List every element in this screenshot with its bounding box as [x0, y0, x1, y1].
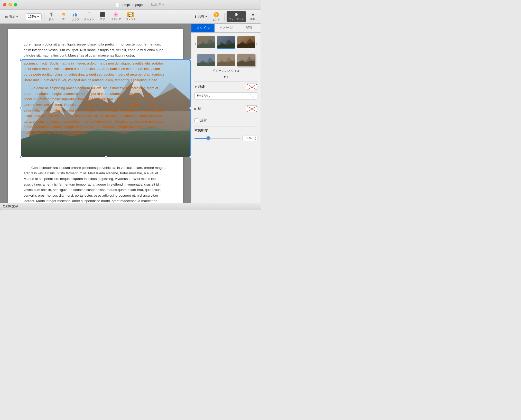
format-label: フォーマット: [229, 17, 244, 21]
toolbar-right: ⬆ 共有 ▼ ? ヒント ⚙ フォーマット ≡ 書類: [189, 11, 258, 22]
doctype-label: 書類: [250, 17, 255, 21]
fullscreen-button[interactable]: [14, 3, 17, 6]
zoom-group: 125% ▼: [26, 13, 42, 20]
share-button[interactable]: ⬆ 共有 ▼: [192, 11, 209, 22]
separator-3: [190, 13, 190, 21]
right-panel: スタイル イメージ 配置 ‹: [191, 24, 260, 203]
style-thumb-3[interactable]: [237, 36, 255, 49]
reflection-checkbox[interactable]: [194, 118, 198, 122]
image-block[interactable]: accumsan taciti. Sociis mauris in intege…: [24, 59, 168, 161]
shadow-header[interactable]: ▶ 影: [194, 106, 246, 111]
media-label: メディア: [111, 17, 121, 21]
shape-button[interactable]: ⬛ 図形: [97, 11, 108, 22]
prev-style-arrow[interactable]: ‹: [194, 41, 197, 46]
comment-icon: 💬: [127, 12, 134, 17]
window-title-area: 📄 template.pages — 編集済み: [22, 3, 257, 7]
media-button[interactable]: 🌸 メディア: [109, 11, 123, 22]
style-thumb-2[interactable]: [217, 36, 235, 49]
tab-layout[interactable]: 配置: [237, 24, 260, 32]
opacity-thumb[interactable]: [207, 136, 210, 140]
opacity-up[interactable]: ▲: [253, 135, 257, 138]
opacity-row: 30% ▲ ▼: [194, 135, 257, 141]
share-icon: ⬆: [194, 15, 197, 19]
style-dots: [194, 76, 257, 78]
border-color-preview[interactable]: [246, 84, 257, 90]
format-icon: ⚙: [235, 12, 238, 17]
document-area[interactable]: Lorem ipsum dolor sit amet, ligula suspe…: [0, 24, 191, 203]
tab-style[interactable]: スタイル: [191, 24, 215, 32]
titlebar: 📄 template.pages — 編集済み: [0, 0, 260, 10]
minimize-button[interactable]: [8, 3, 12, 6]
text-button[interactable]: T テキスト: [82, 11, 96, 22]
separator-4: [224, 13, 225, 21]
shape-icon: ⬛: [100, 12, 105, 17]
style-thumb-4[interactable]: [197, 54, 215, 67]
close-button[interactable]: [3, 3, 6, 6]
border-section-header[interactable]: ▼ 枠線: [194, 84, 257, 90]
border-title: ▼ 枠線: [194, 85, 205, 89]
divider-4: [194, 126, 257, 126]
opacity-value-box: 30% ▲ ▼: [243, 135, 257, 141]
chart-icon: [73, 12, 78, 17]
shadow-color-preview[interactable]: [246, 105, 257, 112]
opacity-down[interactable]: ▼: [253, 138, 257, 141]
svg-rect-26: [217, 54, 235, 67]
divider-3: [194, 116, 257, 116]
dot-2: [227, 76, 228, 78]
opacity-slider[interactable]: [194, 138, 240, 139]
svg-rect-2: [76, 14, 77, 16]
reflection-row: 反射: [194, 118, 257, 123]
hint-button[interactable]: ? ヒント: [210, 11, 222, 22]
shadow-triangle: ▶: [194, 107, 197, 110]
view-button[interactable]: ⊞ 表示 ▼: [3, 11, 20, 22]
text-over-image: accumsan taciti. Sociis mauris in intege…: [24, 59, 168, 161]
style-thumb-6[interactable]: [237, 54, 255, 67]
reflection-label: 反射: [200, 118, 207, 123]
share-label: 共有: [198, 14, 204, 19]
word-count: 2,920 文字: [3, 204, 18, 209]
border-section: ▼ 枠線 枠線なし ⌃⌄: [194, 84, 257, 99]
reflection-section: 反射: [194, 118, 257, 123]
panel-content: ‹: [191, 33, 260, 203]
style-thumb-5[interactable]: [217, 54, 235, 67]
paragraph-after-image: Consectetuer arcu ipsum ornare pellentes…: [24, 165, 168, 203]
style-grid-row1: [197, 36, 255, 49]
file-icon: 📄: [116, 3, 120, 7]
dot-1: [224, 76, 226, 78]
view-icon: ⊞: [5, 15, 8, 19]
table-button[interactable]: ⊞ 表: [58, 11, 69, 22]
insert-button[interactable]: ¶ 挿入: [46, 11, 57, 22]
opacity-value: 30%: [243, 136, 253, 140]
next-style-arrow[interactable]: ›: [255, 41, 258, 46]
overlay-paragraph-orange: accumsan taciti. Sociis mauris in intege…: [24, 59, 168, 83]
format-button[interactable]: ⚙ フォーマット: [227, 11, 246, 22]
doctype-button[interactable]: ≡ 書類: [247, 11, 258, 22]
style-thumb-1[interactable]: [197, 36, 215, 49]
comment-button[interactable]: 💬 コメント: [124, 11, 138, 22]
tab-image[interactable]: イメージ: [215, 24, 238, 32]
separator-1: [23, 13, 23, 21]
border-chevron: ⌃⌄: [248, 94, 255, 98]
border-value: 枠線なし: [197, 94, 210, 98]
insert-icon: ¶: [50, 12, 53, 17]
hint-icon: ?: [213, 12, 219, 17]
chart-button[interactable]: グラフ: [70, 11, 81, 22]
border-dropdown[interactable]: 枠線なし ⌃⌄: [194, 92, 257, 99]
shape-label: 図形: [100, 17, 105, 21]
view-label: 表示: [9, 14, 15, 19]
main-area: Lorem ipsum dolor sit amet, ligula suspe…: [0, 24, 260, 203]
separator-2: [44, 13, 44, 21]
border-triangle: ▼: [194, 86, 197, 88]
panel-tabs: スタイル イメージ 配置: [191, 24, 260, 33]
chart-label: グラフ: [72, 18, 79, 21]
share-chevron: ▼: [205, 15, 207, 18]
insert-label: 挿入: [49, 18, 54, 21]
divider-2: [194, 103, 257, 103]
overlay-paragraph-indent: Ac dolor ac adipiscing amet bibendum nul…: [24, 85, 168, 135]
zoom-chevron: ▼: [37, 15, 39, 18]
opacity-section: 不透明度 30% ▲ ▼: [194, 129, 257, 141]
zoom-dropdown[interactable]: 125% ▼: [26, 13, 42, 20]
shadow-row: ▶ 影: [194, 105, 257, 112]
window-title: template.pages: [122, 3, 144, 7]
view-group: ⊞ 表示 ▼: [3, 11, 20, 22]
